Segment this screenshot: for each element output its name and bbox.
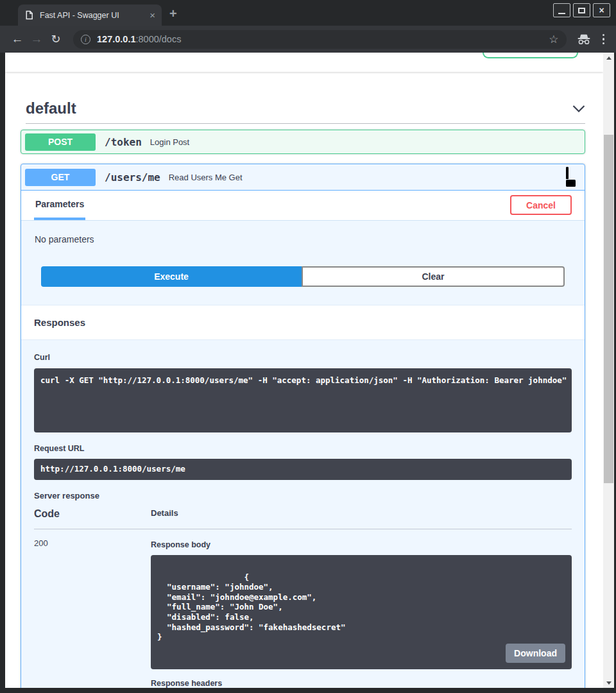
tab-title: Fast API - Swagger UI <box>40 11 144 20</box>
get-path: /users/me <box>105 171 160 184</box>
tab-parameters[interactable]: Parameters <box>34 191 85 220</box>
back-button[interactable]: ← <box>8 32 27 46</box>
incognito-icon <box>577 34 591 45</box>
get-method-badge[interactable]: GET <box>25 169 96 186</box>
response-details: Response body { "username": "johndoe", "… <box>151 529 572 688</box>
authorize-button[interactable] <box>483 53 578 58</box>
code-column-header: Code <box>34 508 151 520</box>
forward-button[interactable]: → <box>27 32 46 46</box>
swagger-topbar <box>5 53 603 72</box>
scrollbar-down-arrow[interactable] <box>603 678 614 688</box>
opblock-post-token[interactable]: POST /token Login Post <box>21 130 585 154</box>
close-icon: × <box>599 6 604 15</box>
page-scrollbar[interactable] <box>603 53 614 688</box>
reload-button[interactable]: ↻ <box>46 32 65 46</box>
details-column-header: Details <box>151 508 178 520</box>
window-controls: × <box>553 3 610 17</box>
close-button[interactable]: × <box>593 3 610 17</box>
bookmark-star-icon[interactable]: ☆ <box>549 33 558 46</box>
address-bar[interactable]: i 127.0.0.1:8000/docs ☆ <box>73 30 567 49</box>
response-body-json: { "username": "johndoe", "email": "johnd… <box>151 555 572 669</box>
minimize-button[interactable] <box>553 3 570 17</box>
browser-toolbar: ← → ↻ i 127.0.0.1:8000/docs ☆ <box>0 26 616 53</box>
execute-row: Execute Clear <box>21 258 585 305</box>
browser-menu-button[interactable] <box>599 34 609 45</box>
new-tab-button[interactable]: + <box>169 6 177 21</box>
curl-command: curl -X GET "http://127.0.0.1:8000/users… <box>34 368 572 432</box>
cancel-button[interactable]: Cancel <box>510 195 572 215</box>
download-button[interactable]: Download <box>506 644 565 663</box>
maximize-icon <box>578 8 585 13</box>
responses-section-title: Responses <box>21 305 585 340</box>
section-header-default[interactable]: default <box>26 94 585 123</box>
url-host: 127.0.0.1 <box>97 34 135 44</box>
response-table-header: Code Details <box>34 508 572 529</box>
url-text[interactable]: 127.0.0.1:8000/docs <box>97 34 542 44</box>
page-info-icon[interactable]: i <box>81 35 90 44</box>
server-response-label: Server response <box>34 491 572 501</box>
response-row-200: 200 Response body { "username": "johndoe… <box>34 529 572 688</box>
titlebar: Fast API - Swagger UI × + × <box>0 0 616 26</box>
get-summary: Read Users Me Get <box>169 173 243 182</box>
section-divider <box>26 123 585 124</box>
browser-window: Fast API - Swagger UI × + × ← → ↻ i 127.… <box>0 0 616 693</box>
response-body-text: { "username": "johndoe", "email": "johnd… <box>157 572 346 642</box>
scrollbar-thumb[interactable] <box>604 135 613 483</box>
page-viewport: default POST /token Login Post GET <box>5 53 614 688</box>
status-code: 200 <box>34 529 151 688</box>
response-headers-label: Response headers <box>151 679 572 688</box>
request-url-value: http://127.0.0.1:8000/users/me <box>34 459 572 480</box>
response-body-label: Response body <box>151 540 572 549</box>
post-method-badge[interactable]: POST <box>25 133 96 151</box>
auth-lock-icon[interactable] <box>566 168 576 187</box>
responses-body: Curl curl -X GET "http://127.0.0.1:8000/… <box>21 340 585 688</box>
clear-button[interactable]: Clear <box>302 266 565 287</box>
no-parameters-text: No parameters <box>21 221 585 258</box>
chevron-down-icon[interactable] <box>572 105 585 112</box>
section-title: default <box>26 99 76 117</box>
scrollbar-up-arrow[interactable] <box>603 53 614 63</box>
browser-tab[interactable]: Fast API - Swagger UI × <box>18 4 162 26</box>
maximize-button[interactable] <box>573 3 590 17</box>
opblock-get-users-me: GET /users/me Read Users Me Get Paramete… <box>21 164 585 688</box>
minimize-icon <box>558 13 565 14</box>
tab-close-icon[interactable]: × <box>150 10 155 20</box>
get-opblock-header[interactable]: GET /users/me Read Users Me Get <box>21 164 585 191</box>
swagger-ui: default POST /token Login Post GET <box>5 94 603 688</box>
execute-button[interactable]: Execute <box>41 266 302 287</box>
curl-label: Curl <box>34 353 572 362</box>
url-path: :8000/docs <box>135 34 181 44</box>
post-path: /token <box>105 136 142 148</box>
page-content: default POST /token Login Post GET <box>5 53 603 688</box>
post-summary: Login Post <box>150 137 189 147</box>
parameters-tab-header: Parameters Cancel <box>21 191 585 221</box>
request-url-label: Request URL <box>34 444 572 453</box>
page-favicon-icon <box>24 10 34 20</box>
